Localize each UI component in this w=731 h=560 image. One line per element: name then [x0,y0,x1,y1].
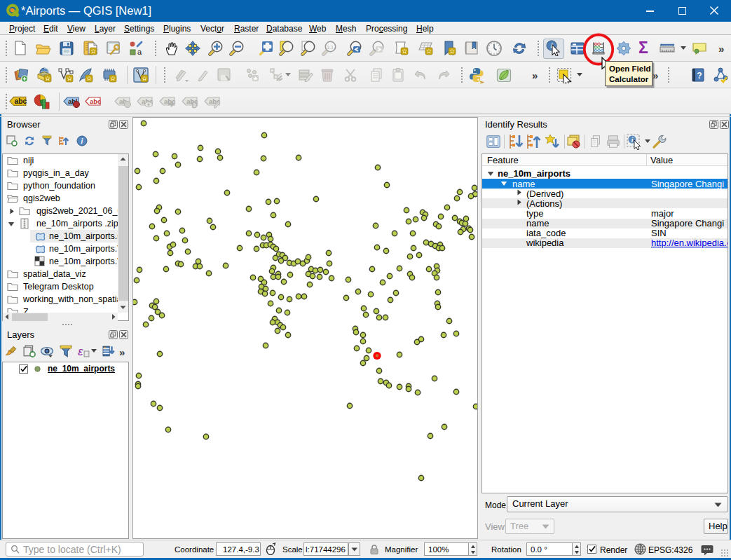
svg-text:ε: ε [78,346,83,357]
svg-text:abc: abc [15,97,27,105]
svg-text:abc: abc [90,97,101,105]
svg-text:i: i [81,137,83,145]
svg-text:a: a [137,48,142,56]
svg-text:1:1: 1:1 [327,45,334,50]
svg-text:abc: abc [186,97,198,105]
svg-text:?: ? [697,71,702,81]
